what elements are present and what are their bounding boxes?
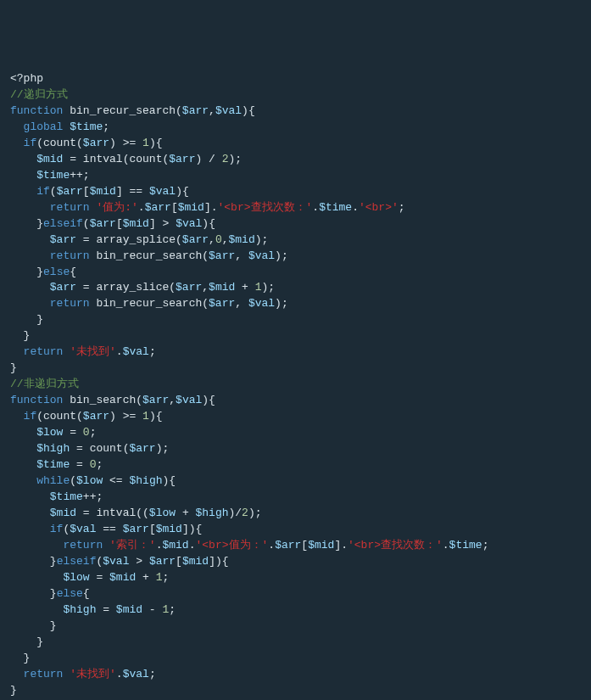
code-var: $mid (162, 539, 188, 552)
code-var: $time (50, 490, 83, 503)
code-text: { (70, 266, 76, 278)
code-var: $val (176, 394, 202, 406)
code-str: '未找到' (70, 668, 116, 680)
code-kw: elseif (57, 555, 97, 568)
code-var: $arr (50, 233, 76, 246)
code-text: , (209, 233, 215, 246)
code-text: ]){ (182, 523, 202, 535)
code-kw: function (10, 394, 63, 406)
code-text: } (50, 619, 57, 632)
code-text: } (36, 636, 43, 648)
code-text: ] == (116, 185, 149, 198)
code-text: ]){ (209, 555, 228, 568)
code-var: $val (248, 297, 275, 310)
code-kw: else (43, 266, 70, 278)
code-text: [ (176, 555, 182, 568)
code-var: $val (176, 217, 202, 230)
code-var: $arr (123, 523, 149, 535)
code-text: = (70, 458, 89, 471)
code-text: } (10, 684, 17, 697)
code-text: , (202, 281, 209, 294)
code-var: $high (195, 507, 228, 519)
code-var: $mid (229, 233, 255, 246)
code-text: ); (255, 233, 269, 246)
code-text: ); (156, 442, 170, 455)
code-var: $arr (83, 137, 109, 149)
code-var: $arr (182, 104, 209, 117)
code-str: '<br>' (359, 201, 399, 214)
code-comment: //非递归方式 (10, 378, 79, 390)
code-text: = intval(( (76, 507, 149, 519)
code-var: $arr (182, 233, 209, 246)
code-text: } (50, 555, 57, 568)
code-text: } (50, 587, 57, 600)
code-text: } (24, 652, 31, 664)
code-var: $arr (209, 297, 235, 310)
code-var: $val (215, 104, 242, 117)
code-text: == (96, 523, 122, 535)
code-var: $mid (209, 281, 235, 294)
code-text: ); (229, 153, 243, 165)
code-str: '<br>值为：' (196, 539, 269, 552)
code-text: . (352, 201, 359, 214)
code-kw: if (24, 410, 37, 423)
code-var: $time (319, 201, 352, 214)
code-num: 2 (242, 507, 248, 519)
code-text: ; (103, 120, 109, 133)
code-text: [ (149, 523, 156, 535)
code-text: [ (301, 539, 308, 552)
code-text: . (116, 345, 123, 358)
code-str: '未找到' (70, 345, 116, 358)
code-text: ++; (83, 490, 103, 503)
code-text: ); (262, 281, 276, 294)
code-text: } (36, 313, 43, 326)
code-text: } (10, 361, 17, 374)
code-str: '值为:' (96, 201, 137, 214)
code-var: $mid (123, 217, 149, 230)
code-text: ){ (149, 137, 163, 149)
code-var: $arr (83, 410, 109, 423)
code-var: $mid (36, 153, 63, 165)
code-var: $val (70, 523, 96, 535)
code-var: $mid (50, 507, 76, 519)
code-var: $high (36, 442, 70, 455)
code-text: <= (103, 474, 129, 487)
code-var: $arr (129, 442, 155, 455)
code-text: ) >= (109, 410, 142, 423)
code-num: 1 (142, 137, 149, 149)
code-var: $arr (149, 555, 176, 568)
code-text: [ (116, 217, 123, 230)
code-text: ){ (163, 474, 176, 487)
code-num: 2 (222, 153, 229, 165)
code-text: , (235, 249, 248, 262)
code-text: = (96, 603, 115, 616)
code-text: , (222, 233, 229, 246)
code-text: ; (90, 426, 97, 439)
code-text: - (142, 603, 162, 616)
code-var: $high (63, 603, 96, 616)
code-var: $time (449, 539, 482, 552)
code-num: 0 (215, 233, 222, 246)
code-str: '索引：' (109, 539, 156, 552)
code-text: , (209, 104, 215, 117)
code-var: $mid (156, 523, 182, 535)
code-var: $mid (178, 201, 204, 214)
code-text: ; (482, 539, 489, 552)
code-kw: return (24, 345, 64, 358)
code-text: = array_splice( (76, 233, 182, 246)
code-comment: //递归方式 (10, 88, 68, 101)
code-text (103, 539, 109, 552)
code-text: ; (399, 201, 405, 214)
code-text: , (169, 394, 176, 406)
code-var: $arr (209, 249, 235, 262)
code-kw: if (50, 523, 64, 535)
code-var: $mid (116, 603, 142, 616)
code-kw: return (50, 249, 90, 262)
code-kw: global (24, 120, 64, 133)
code-kw: return (24, 668, 64, 680)
code-text: [ (83, 185, 90, 198)
code-var: $mid (90, 185, 116, 198)
code-text: . (138, 201, 145, 214)
code-text: bin_search( (63, 394, 142, 406)
code-var: $val (248, 249, 275, 262)
